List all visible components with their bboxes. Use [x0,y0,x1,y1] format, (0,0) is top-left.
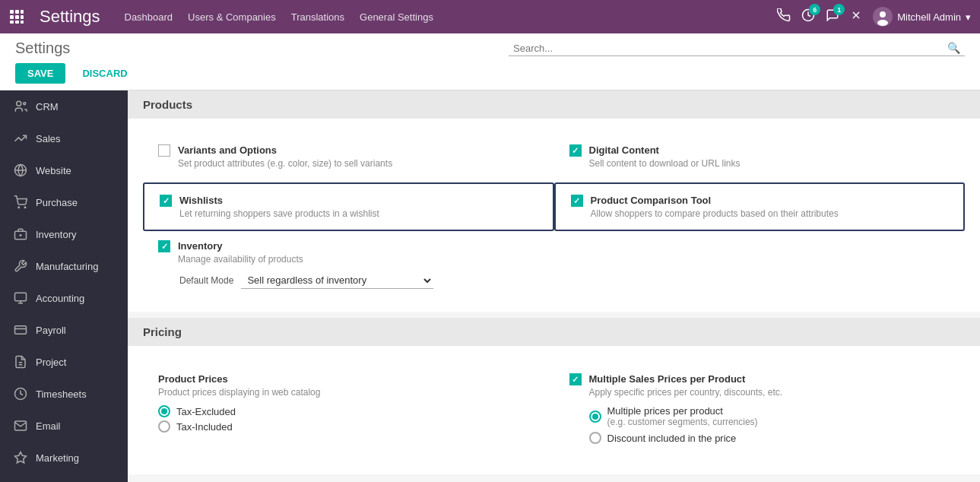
sidebar-item-purchase[interactable]: Purchase [0,186,128,218]
multiple-prices-option1-row[interactable]: Multiple prices per product (e.g. custom… [589,405,950,427]
product-prices-title: Product Prices [158,373,539,385]
multiple-prices-option2-row[interactable]: Discount included in the price [589,432,950,444]
nav-users-companies[interactable]: Users & Companies [186,8,278,26]
svg-point-19 [18,207,20,208]
tax-included-label: Tax-Included [176,421,233,433]
sidebar-item-website[interactable]: Website [0,154,128,186]
sidebar-item-marketing[interactable]: Marketing [0,442,128,474]
discard-button[interactable]: DISCARD [75,63,135,84]
sidebar-label-project: Project [36,357,66,368]
pricing-section: Product Prices Product prices displaying… [128,346,980,474]
timesheets-icon [13,386,28,401]
sidebar-label-purchase: Purchase [36,197,78,208]
project-icon [13,354,28,369]
tax-excluded-radio[interactable] [158,405,170,417]
multiple-prices-option2-radio[interactable] [589,432,601,444]
crm-icon [13,99,28,114]
sidebar: CRM Sales Website Purchase Inventory [0,90,128,482]
svg-rect-24 [15,293,27,301]
sidebar-item-project[interactable]: Project [0,346,128,378]
clock-icon[interactable]: 6 [801,8,815,25]
svg-point-16 [24,103,26,105]
payroll-icon [13,322,28,338]
svg-point-15 [17,101,21,106]
wishlists-desc: Let returning shoppers save products in … [179,208,379,219]
products-section: Variants and Options Set product attribu… [128,119,980,312]
variants-desc: Set product attributes (e.g. color, size… [178,158,392,169]
variants-cell: Variants and Options Set product attribu… [143,134,554,179]
inventory-checkbox[interactable] [158,240,170,252]
nav-translations[interactable]: Translations [290,8,346,26]
user-caret: ▾ [966,11,971,23]
svg-rect-7 [15,21,19,24]
sidebar-label-payroll: Payroll [36,325,66,336]
manufacturing-icon [13,258,28,274]
sidebar-item-email[interactable]: Email [0,410,128,442]
app-title: Settings [40,7,100,27]
sidebar-item-manufacturing[interactable]: Manufacturing [0,250,128,282]
close-icon[interactable] [850,9,862,24]
inventory-icon [13,227,28,242]
apps-grid-icon[interactable] [9,9,24,24]
tax-included-row[interactable]: Tax-Included [158,420,539,433]
top-nav: Dashboard Users & Companies Translations… [123,8,763,26]
sidebar-label-website: Website [36,165,71,176]
svg-rect-27 [15,326,27,335]
sidebar-item-accounting[interactable]: Accounting [0,282,128,314]
product-comparison-checkbox[interactable] [571,195,583,207]
nav-general-settings[interactable]: General Settings [358,8,435,26]
svg-rect-0 [10,10,14,14]
sidebar-label-marketing: Marketing [36,452,79,464]
inventory-desc: Manage availability of products [178,254,303,265]
product-comparison-title: Product Comparison Tool [591,195,839,206]
default-mode-row: Default Mode Sell regardless of inventor… [179,272,950,289]
default-mode-select[interactable]: Sell regardless of inventory Block order… [241,272,433,289]
svg-point-13 [880,11,886,17]
sidebar-label-timesheets: Timesheets [36,388,87,400]
svg-rect-2 [21,10,24,14]
svg-rect-8 [21,21,24,24]
multiple-prices-option1-subdesc: (e.g. customer segments, currencies) [607,417,758,427]
inventory-row: Inventory Manage availability of product… [143,240,965,296]
content-area: Products Variants and Options Set produc… [128,90,980,482]
multiple-prices-option1-label: Multiple prices per product [607,405,758,417]
email-icon [13,418,28,433]
sidebar-label-inventory: Inventory [36,229,76,240]
clock-badge: 6 [809,4,820,15]
marketing-icon [13,450,28,465]
tax-included-radio[interactable] [158,420,170,433]
phone-icon[interactable] [777,8,791,25]
multiple-prices-option1-radio[interactable] [589,411,601,423]
digital-content-checkbox[interactable] [569,144,582,157]
sidebar-label-manufacturing: Manufacturing [36,261,98,272]
sidebar-item-sales[interactable]: Sales [0,122,128,154]
search-input[interactable] [513,43,947,54]
svg-point-14 [877,20,888,26]
inventory-title: Inventory [178,240,303,252]
sidebar-item-payroll[interactable]: Payroll [0,314,128,346]
products-section-header: Products [128,90,980,119]
sales-icon [13,131,28,146]
sidebar-label-email: Email [36,420,61,432]
user-name: Mitchell Admin [897,11,961,23]
svg-rect-6 [10,21,14,24]
chat-icon[interactable]: 1 [826,8,839,25]
multiple-prices-checkbox[interactable] [569,373,582,385]
multiple-prices-desc: Apply specific prices per country, disco… [589,387,783,398]
accounting-icon [13,290,28,306]
tax-excluded-row[interactable]: Tax-Excluded [158,405,539,417]
variants-checkbox[interactable] [158,144,170,157]
multiple-prices-title: Multiple Sales Prices per Product [589,373,783,385]
save-button[interactable]: SAVE [15,63,65,84]
svg-marker-32 [15,452,27,463]
search-icon: 🔍 [947,42,960,54]
sidebar-item-timesheets[interactable]: Timesheets [0,378,128,410]
sidebar-item-crm[interactable]: CRM [0,90,128,122]
user-menu[interactable]: Mitchell Admin ▾ [873,7,971,27]
nav-dashboard[interactable]: Dashboard [123,8,175,26]
wishlists-checkbox[interactable] [160,195,172,207]
purchase-icon [13,195,28,210]
sidebar-item-inventory[interactable]: Inventory [0,218,128,250]
search-bar[interactable]: 🔍 [509,40,965,56]
sidebar-label-accounting: Accounting [36,293,84,304]
